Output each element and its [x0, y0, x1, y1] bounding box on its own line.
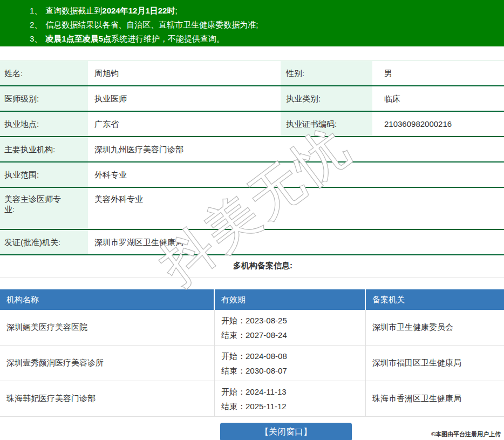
filing-table: 机构名称 有效期 备案机关 深圳婳美医疗美容医院 开始：2023-08-25 结…	[0, 289, 504, 417]
org-name-cell: 深圳壹秀颜润医疗美容诊所	[0, 346, 215, 381]
filing-header-authority: 备案机关	[366, 289, 504, 310]
field-value-issuing-authority: 深圳市罗湖区卫生健康局	[88, 230, 504, 254]
field-label-certificate-number: 执业证书编码:	[281, 112, 372, 136]
field-label-practice-category: 执业类别:	[281, 86, 372, 111]
notice-line-1: 1、查询数据截止到2024年12月1日22时;	[30, 4, 499, 18]
field-label-cosmetic-specialty: 美容主诊医师专业:	[0, 188, 88, 229]
validity-start-label: 开始：	[221, 351, 246, 361]
validity-start-date: 2023-08-25	[246, 316, 287, 325]
field-value-practice-scope: 外科专业	[88, 163, 504, 187]
validity-cell: 开始：2024-11-13 结束：2025-11-12	[215, 381, 366, 416]
filing-header-validity: 有效期	[215, 289, 366, 310]
org-name-cell: 珠海韩妃医疗美容门诊部	[0, 381, 215, 416]
notice-text-bold: 2024年12月1日22时	[102, 6, 175, 15]
validity-start-label: 开始：	[221, 387, 246, 396]
validity-end: 结束：2025-11-12	[221, 399, 365, 414]
field-value-main-institution: 深圳九州医疗美容门诊部	[88, 137, 504, 161]
field-label-issuing-authority: 发证(批准)机关:	[0, 230, 88, 254]
field-value-doctor-level: 执业医师	[88, 86, 281, 111]
validity-end-label: 结束：	[221, 366, 246, 375]
field-value-practice-category: 临床	[372, 86, 504, 111]
notice-line-2: 2、信息数据结果以各省、自治区、直辖市卫生健康委数据为准;	[30, 18, 499, 32]
validity-start-date: 2024-08-08	[246, 351, 287, 361]
validity-start-label: 开始：	[221, 316, 246, 325]
profile-table: 姓名: 周旭钧 性别: 男 医师级别: 执业医师 执业类别: 临床 执业地点: …	[0, 60, 504, 255]
validity-start-date: 2024-11-13	[246, 387, 287, 396]
notice-number: 3、	[30, 34, 42, 43]
validity-end: 结束：2030-08-07	[221, 363, 365, 378]
validity-end-label: 结束：	[221, 330, 246, 340]
close-window-button[interactable]: 【关闭窗口】	[220, 423, 352, 440]
field-value-certificate-number: 210360982000216	[372, 112, 504, 136]
practitioner-query-result-page: 1、查询数据截止到2024年12月1日22时; 2、信息数据结果以各省、自治区、…	[0, 0, 504, 440]
notice-number: 2、	[30, 20, 42, 29]
validity-end: 结束：2027-08-24	[221, 328, 365, 342]
notice-banner: 1、查询数据截止到2024年12月1日22时; 2、信息数据结果以各省、自治区、…	[0, 0, 504, 46]
field-label-doctor-level: 医师级别:	[0, 86, 88, 111]
profile-row-name-gender: 姓名: 周旭钧 性别: 男	[0, 61, 504, 86]
notice-text-bold: 凌晨1点至凌晨5点	[45, 34, 111, 43]
field-label-gender: 性别:	[281, 61, 372, 85]
validity-end-date: 2025-11-12	[246, 402, 287, 411]
validity-end-date: 2030-08-07	[246, 366, 287, 375]
validity-cell: 开始：2024-08-08 结束：2030-08-07	[215, 346, 366, 381]
field-label-practice-location: 执业地点:	[0, 112, 88, 136]
field-value-practice-location: 广东省	[88, 112, 281, 136]
validity-end-date: 2027-08-24	[246, 330, 287, 340]
profile-row-main-institution: 主要执业机构: 深圳九州医疗美容门诊部	[0, 137, 504, 163]
profile-row-location-certno: 执业地点: 广东省 执业证书编码: 210360982000216	[0, 112, 504, 137]
profile-row-level-category: 医师级别: 执业医师 执业类别: 临床	[0, 86, 504, 112]
validity-start: 开始：2023-08-25	[221, 313, 365, 328]
field-value-gender: 男	[372, 61, 504, 85]
field-label-practice-scope: 执业范围:	[0, 163, 88, 187]
profile-row-cosmetic-specialty: 美容主诊医师专业: 美容外科专业	[0, 188, 504, 230]
notice-number: 1、	[30, 6, 42, 15]
authority-cell: 珠海市香洲区卫生健康局	[366, 381, 504, 416]
field-value-cosmetic-specialty: 美容外科专业	[88, 188, 504, 229]
upload-note: ©本图由平台注册用户上传	[431, 430, 501, 438]
profile-row-issuing-authority: 发证(批准)机关: 深圳市罗湖区卫生健康局	[0, 230, 504, 255]
notice-text: ;	[175, 6, 177, 15]
validity-end-label: 结束：	[221, 402, 246, 411]
validity-start: 开始：2024-08-08	[221, 349, 365, 363]
filing-row-1: 深圳婳美医疗美容医院 开始：2023-08-25 结束：2027-08-24 深…	[0, 310, 504, 346]
authority-cell: 深圳市福田区卫生健康局	[366, 346, 504, 381]
notice-line-3: 3、凌晨1点至凌晨5点系统进行维护，不能提供查询。	[30, 32, 499, 46]
authority-cell: 深圳市卫生健康委员会	[366, 310, 504, 345]
profile-row-practice-scope: 执业范围: 外科专业	[0, 163, 504, 188]
field-value-name: 周旭钧	[88, 61, 281, 85]
notice-text: 系统进行维护，不能提供查询。	[111, 34, 224, 43]
org-name-cell: 深圳婳美医疗美容医院	[0, 310, 215, 345]
filing-row-2: 深圳壹秀颜润医疗美容诊所 开始：2024-08-08 结束：2030-08-07…	[0, 346, 504, 381]
filing-header-org-name: 机构名称	[0, 289, 215, 310]
validity-start: 开始：2024-11-13	[221, 384, 365, 399]
filing-row-3: 珠海韩妃医疗美容门诊部 开始：2024-11-13 结束：2025-11-12 …	[0, 381, 504, 417]
field-label-name: 姓名:	[0, 61, 88, 85]
validity-cell: 开始：2023-08-25 结束：2027-08-24	[215, 310, 366, 345]
notice-text: 查询数据截止到	[45, 6, 102, 15]
field-label-main-institution: 主要执业机构:	[0, 137, 88, 161]
notice-text: 信息数据结果以各省、自治区、直辖市卫生健康委数据为准;	[45, 20, 258, 29]
section-title-multi-institution-filing: 多机构备案信息:	[0, 255, 504, 277]
filing-table-header: 机构名称 有效期 备案机关	[0, 289, 504, 310]
